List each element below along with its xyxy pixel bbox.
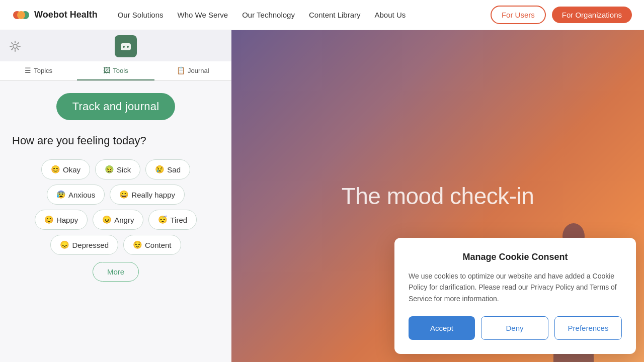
mood-really-happy-emoji: 😄 [119, 190, 129, 199]
tab-tools-label: Tools [113, 67, 128, 74]
mood-content-emoji: 😌 [133, 240, 142, 249]
cookie-consent-dialog: Manage Cookie Consent We use cookies to … [394, 238, 636, 354]
app-top-bar [0, 30, 231, 57]
mood-sad[interactable]: 😢 Sad [145, 159, 190, 179]
tab-tools[interactable]: 🖼 Tools [77, 61, 154, 80]
svg-point-5 [123, 46, 125, 48]
app-logo [115, 35, 137, 57]
cookie-accept-button[interactable]: Accept [409, 316, 475, 340]
mood-question-text: How are you feeling today? [10, 134, 146, 147]
svg-rect-4 [121, 43, 131, 50]
mood-really-happy[interactable]: 😄 Really happy [110, 185, 185, 205]
mood-okay[interactable]: 😊 Okay [41, 159, 90, 179]
nav-about-us[interactable]: About Us [375, 11, 406, 19]
mood-okay-emoji: 😊 [51, 165, 60, 174]
logo-text: Woebot Health [34, 10, 98, 20]
mood-angry-emoji: 😠 [102, 215, 112, 224]
app-tabs: ☰ Topics 🖼 Tools 📋 Journal [0, 61, 231, 81]
mood-tired[interactable]: 😴 Tired [148, 210, 197, 230]
mood-sick-emoji: 🤢 [105, 165, 114, 174]
topics-icon: ☰ [25, 66, 31, 74]
mood-sick[interactable]: 🤢 Sick [95, 159, 140, 179]
hero-text: The mood check-in [342, 183, 534, 210]
logo[interactable]: Woebot Health [12, 6, 98, 24]
mood-depressed-label: Depressed [72, 241, 109, 249]
cookie-buttons: Accept Deny Preferences [409, 316, 622, 340]
cookie-deny-button[interactable]: Deny [481, 316, 548, 340]
more-moods-button[interactable]: More [93, 262, 139, 282]
app-content-area: Track and journal How are you feeling to… [0, 81, 231, 362]
mood-okay-label: Okay [63, 165, 80, 174]
mood-anxious-label: Anxious [68, 191, 95, 199]
app-mockup-panel: ☰ Topics 🖼 Tools 📋 Journal Track and jou… [0, 30, 231, 362]
mood-anxious[interactable]: 😰 Anxious [47, 185, 105, 205]
svg-point-6 [127, 46, 129, 48]
mood-happy[interactable]: 😊 Happy [35, 210, 88, 230]
mood-row-1: 😊 Okay 🤢 Sick 😢 Sad [41, 159, 190, 179]
mood-angry[interactable]: 😠 Angry [93, 210, 143, 230]
cookie-body-text: We use cookies to optimize our website a… [409, 270, 622, 304]
cookie-title: Manage Cookie Consent [409, 252, 622, 262]
mood-row-3: 😊 Happy 😠 Angry 😴 Tired [35, 210, 197, 230]
mood-sad-emoji: 😢 [155, 165, 165, 174]
tools-icon: 🖼 [103, 66, 110, 74]
mood-depressed-emoji: 😞 [60, 240, 69, 249]
nav-our-solutions[interactable]: Our Solutions [118, 11, 164, 19]
mood-depressed[interactable]: 😞 Depressed [50, 235, 118, 255]
for-organizations-button[interactable]: For Organizations [552, 7, 632, 23]
mood-row-2: 😰 Anxious 😄 Really happy [47, 185, 185, 205]
nav-our-technology[interactable]: Our Technology [242, 11, 295, 19]
mood-content[interactable]: 😌 Content [123, 235, 181, 255]
logo-icon [12, 6, 30, 24]
navigation: Woebot Health Our Solutions Who We Serve… [0, 0, 644, 30]
mood-sad-label: Sad [167, 165, 181, 174]
for-users-button[interactable]: For Users [491, 6, 546, 24]
mood-grid: 😊 Okay 🤢 Sick 😢 Sad 😰 [10, 159, 221, 282]
mood-happy-label: Happy [56, 216, 78, 224]
tab-journal-label: Journal [188, 67, 209, 74]
cookie-preferences-button[interactable]: Preferences [554, 316, 622, 340]
nav-content-library[interactable]: Content Library [309, 11, 361, 19]
svg-point-2 [17, 11, 25, 19]
mood-happy-emoji: 😊 [44, 215, 54, 224]
nav-who-we-serve[interactable]: Who We Serve [178, 11, 228, 19]
woebot-app-icon [119, 39, 133, 53]
mood-content-label: Content [145, 241, 172, 249]
mood-row-4: 😞 Depressed 😌 Content [50, 235, 181, 255]
nav-links: Our Solutions Who We Serve Our Technolog… [118, 11, 491, 19]
gear-icon[interactable] [8, 39, 22, 53]
mood-tired-emoji: 😴 [158, 215, 168, 224]
mood-tired-label: Tired [170, 216, 187, 224]
svg-point-3 [13, 44, 17, 48]
mood-angry-label: Angry [114, 216, 134, 224]
tab-topics[interactable]: ☰ Topics [0, 61, 77, 80]
tab-journal[interactable]: 📋 Journal [154, 61, 231, 80]
mood-anxious-emoji: 😰 [56, 190, 66, 199]
track-journal-button[interactable]: Track and journal [56, 93, 176, 120]
mood-sick-label: Sick [117, 165, 131, 174]
journal-icon: 📋 [177, 66, 185, 74]
mood-really-happy-label: Really happy [131, 191, 175, 199]
tab-topics-label: Topics [34, 67, 52, 74]
nav-buttons: For Users For Organizations [491, 6, 632, 24]
